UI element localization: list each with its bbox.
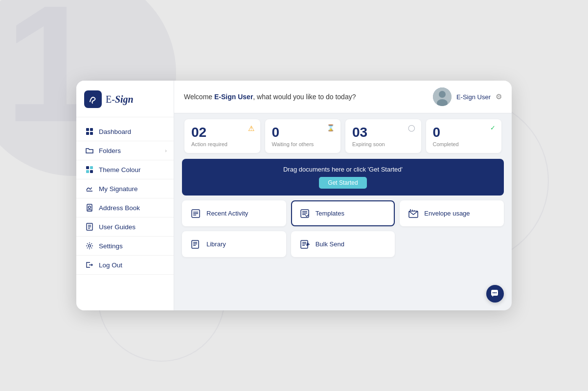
library-icon	[191, 239, 201, 249]
sidebar-label-theme: Theme Colour	[99, 166, 141, 174]
tile-label-library: Library	[206, 240, 226, 248]
logout-icon	[85, 261, 94, 269]
svg-rect-7	[90, 170, 93, 173]
stat-number-waiting: 0	[272, 125, 280, 140]
stat-expiring[interactable]: 03 Expiring soon ◯	[345, 119, 421, 153]
recent-activity-icon	[191, 208, 201, 218]
sidebar: E-Sign Dashboard	[76, 81, 174, 310]
gear-icon[interactable]: ⚙	[496, 92, 502, 101]
theme-icon	[85, 165, 94, 174]
sidebar-label-folders: Folders	[99, 147, 121, 154]
sidebar-label-dashboard: Dashboard	[99, 128, 131, 135]
sidebar-item-logout[interactable]: Log Out	[76, 256, 174, 275]
svg-point-17	[439, 91, 446, 98]
hourglass-icon: ⌛	[327, 124, 335, 131]
svg-rect-6	[86, 170, 89, 173]
tile-label-recent-activity: Recent Activity	[206, 210, 248, 217]
logo-text: E-Sign	[106, 94, 134, 105]
sidebar-label-address: Address Book	[99, 204, 140, 212]
check-circle-icon: ✓	[490, 124, 496, 131]
main-content: Welcome E-Sign User, what would you like…	[174, 81, 512, 310]
sidebar-item-user-guides[interactable]: User Guides	[76, 217, 174, 237]
stat-label-completed: Completed	[433, 141, 459, 147]
avatar	[433, 87, 452, 106]
tiles-grid: Recent Activity Templates	[174, 200, 512, 263]
chat-button[interactable]	[486, 285, 504, 303]
templates-icon	[300, 208, 310, 218]
svg-rect-3	[90, 132, 93, 135]
sidebar-label-settings: Settings	[99, 242, 123, 250]
svg-rect-2	[86, 132, 89, 135]
stat-number-expiring: 03	[352, 125, 367, 140]
logo-area: E-Sign	[76, 81, 174, 117]
svg-rect-23	[301, 210, 309, 217]
stat-number-completed: 0	[433, 125, 441, 140]
stats-row: 02 Action required ⚠ 0 Waiting for other…	[174, 113, 512, 159]
svg-rect-4	[86, 166, 89, 169]
svg-point-40	[493, 292, 494, 293]
stat-number-action: 02	[191, 125, 206, 140]
stat-label-waiting: Waiting for others	[272, 141, 314, 147]
get-started-button[interactable]: Get Started	[319, 177, 366, 189]
address-book-icon	[85, 203, 94, 212]
sidebar-label-guides: User Guides	[99, 223, 136, 231]
svg-point-41	[494, 292, 495, 293]
envelope-usage-icon	[408, 208, 418, 218]
welcome-username: E-Sign User	[214, 93, 253, 101]
stat-action-required[interactable]: 02 Action required ⚠	[184, 119, 260, 153]
sidebar-item-folders[interactable]: Folders ›	[76, 141, 174, 160]
logo-part2: Sign	[115, 94, 134, 105]
tile-envelope-usage[interactable]: Envelope usage	[400, 200, 504, 226]
folders-icon	[85, 146, 94, 155]
sidebar-label-signature: My Signature	[99, 185, 138, 193]
clock-icon: ◯	[408, 124, 415, 131]
svg-point-42	[496, 292, 497, 293]
stat-waiting[interactable]: 0 Waiting for others ⌛	[265, 119, 341, 153]
chevron-right-icon: ›	[165, 148, 167, 153]
sidebar-item-dashboard[interactable]: Dashboard	[76, 122, 174, 141]
user-guides-icon	[85, 222, 94, 231]
welcome-prefix: Welcome	[184, 93, 214, 101]
tile-templates[interactable]: Templates	[291, 200, 395, 226]
signature-icon	[85, 184, 94, 193]
sidebar-label-logout: Log Out	[99, 261, 122, 269]
main-card: E-Sign Dashboard	[76, 81, 512, 310]
svg-point-15	[89, 245, 91, 247]
header: Welcome E-Sign User, what would you like…	[174, 81, 512, 113]
tile-label-envelope: Envelope usage	[424, 210, 470, 217]
nav-list: Dashboard Folders ›	[76, 117, 174, 310]
sidebar-item-address-book[interactable]: Address Book	[76, 198, 174, 217]
logo-icon	[84, 90, 102, 108]
user-display-name: E-Sign User	[456, 93, 491, 101]
stat-completed[interactable]: 0 Completed ✓	[426, 119, 502, 153]
sidebar-item-my-signature[interactable]: My Signature	[76, 179, 174, 198]
svg-rect-0	[86, 128, 89, 131]
user-area: E-Sign User ⚙	[433, 87, 502, 106]
welcome-text: Welcome E-Sign User, what would you like…	[184, 93, 356, 101]
tile-recent-activity[interactable]: Recent Activity	[182, 200, 286, 226]
warning-icon: ⚠	[248, 124, 254, 133]
tile-label-templates: Templates	[316, 210, 344, 217]
svg-point-10	[89, 206, 91, 209]
welcome-suffix: , what would you like to do today?	[253, 93, 356, 101]
svg-rect-1	[90, 128, 93, 131]
avatar-image	[433, 87, 452, 106]
upload-banner-text: Drag documents here or click 'Get Starte…	[283, 166, 403, 173]
tile-label-bulk-send: Bulk Send	[316, 240, 344, 248]
svg-rect-5	[90, 166, 93, 169]
dashboard-icon	[85, 127, 94, 136]
upload-banner: Drag documents here or click 'Get Starte…	[182, 159, 504, 196]
svg-rect-31	[192, 240, 199, 248]
settings-icon	[85, 241, 94, 250]
stat-label-expiring: Expiring soon	[352, 141, 385, 147]
bulk-send-icon	[300, 239, 310, 249]
sidebar-item-settings[interactable]: Settings	[76, 237, 174, 256]
logo-part1: E-	[106, 94, 115, 105]
stat-label-action: Action required	[191, 141, 227, 147]
tile-bulk-send[interactable]: Bulk Send	[291, 231, 395, 257]
sidebar-item-theme-colour[interactable]: Theme Colour	[76, 160, 174, 179]
tile-library[interactable]: Library	[182, 231, 286, 257]
